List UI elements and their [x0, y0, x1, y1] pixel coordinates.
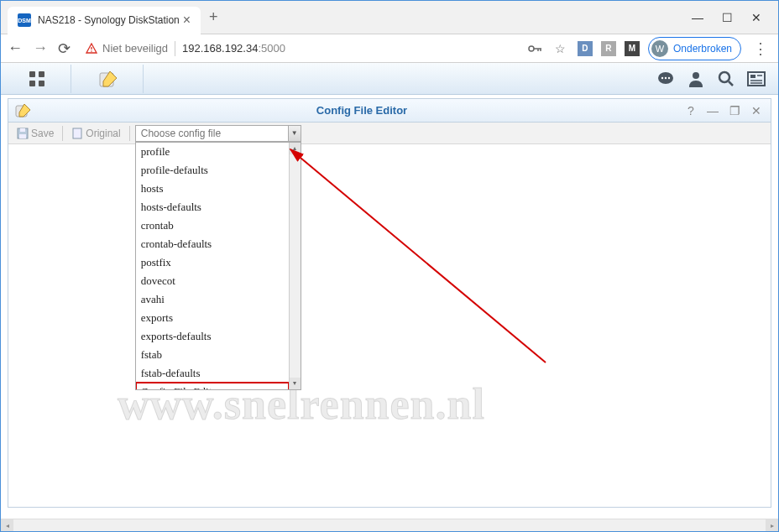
- user-avatar: W: [651, 40, 668, 57]
- chat-icon[interactable]: [652, 66, 679, 91]
- apps-button[interactable]: [3, 65, 71, 93]
- back-icon[interactable]: ←: [8, 39, 23, 57]
- apps-grid-icon: [29, 71, 44, 86]
- browser-tab-strip: DSM NAS218 - Synology DiskStation × + — …: [1, 1, 778, 34]
- browser-tab[interactable]: DSM NAS218 - Synology DiskStation ×: [8, 7, 201, 34]
- config-file-dropdown: profileprofile-defaultshostshosts-defaul…: [135, 142, 301, 390]
- config-editor-task-button[interactable]: [75, 65, 144, 93]
- security-text: Niet beveiligd: [102, 42, 168, 55]
- close-tab-icon[interactable]: ×: [183, 13, 191, 28]
- key-icon[interactable]: [527, 40, 544, 57]
- horizontal-scrollbar[interactable]: ◂ ▸: [1, 519, 778, 531]
- scroll-right-icon[interactable]: ▸: [766, 519, 778, 531]
- security-warning[interactable]: Niet beveiligd: [86, 42, 168, 55]
- svg-point-12: [719, 72, 729, 82]
- separator: [62, 126, 63, 141]
- window-controls: — ☐ ✕: [692, 11, 778, 24]
- dropdown-item[interactable]: exports: [136, 309, 289, 327]
- new-tab-button[interactable]: +: [209, 8, 218, 26]
- extension-m-icon[interactable]: M: [625, 41, 640, 56]
- svg-point-2: [529, 46, 534, 51]
- dropdown-scrollbar[interactable]: ▴ ▾: [289, 143, 301, 389]
- dropdown-item[interactable]: fstab-defaults: [136, 364, 289, 383]
- dropdown-item[interactable]: crontab-defaults: [136, 235, 289, 253]
- close-window-icon[interactable]: ✕: [751, 11, 761, 24]
- original-button[interactable]: Original: [68, 126, 123, 141]
- user-profile-chip[interactable]: W Onderbroken: [648, 37, 741, 60]
- combo-input[interactable]: [135, 125, 301, 142]
- maximize-icon[interactable]: ☐: [722, 11, 733, 24]
- reload-icon[interactable]: ⟳: [58, 39, 71, 58]
- window-title: Config File Editor: [40, 104, 683, 117]
- editor-content: www.snelrennen.nl: [8, 144, 771, 507]
- svg-rect-23: [73, 128, 81, 138]
- dropdown-item[interactable]: postfix: [136, 253, 289, 272]
- note-pencil-icon: [98, 70, 120, 88]
- svg-point-8: [661, 76, 663, 78]
- help-icon[interactable]: ?: [683, 103, 698, 118]
- search-icon[interactable]: [713, 66, 740, 91]
- floppy-icon: [17, 128, 29, 139]
- minimize-icon[interactable]: —: [692, 11, 703, 24]
- maximize-window-icon[interactable]: ❐: [727, 103, 742, 118]
- dropdown-item[interactable]: avahi: [136, 290, 289, 309]
- close-app-window-icon[interactable]: ✕: [749, 103, 764, 118]
- svg-point-1: [91, 50, 92, 52]
- dropdown-item[interactable]: profile: [136, 143, 289, 161]
- svg-point-11: [693, 72, 699, 79]
- dropdown-item[interactable]: fstab: [136, 346, 289, 364]
- favicon: DSM: [18, 13, 31, 27]
- save-label: Save: [31, 128, 54, 139]
- dropdown-item[interactable]: profile-defaults: [136, 161, 289, 180]
- document-icon: [71, 128, 83, 139]
- widgets-icon[interactable]: [743, 66, 770, 91]
- original-label: Original: [86, 128, 120, 139]
- dropdown-item[interactable]: hosts: [136, 180, 289, 198]
- url-input[interactable]: Niet beveiligd 192.168.192.34:5000: [81, 41, 509, 56]
- window-titlebar[interactable]: Config File Editor ? — ❐ ✕: [8, 99, 771, 123]
- save-button[interactable]: Save: [13, 126, 57, 141]
- star-icon[interactable]: ☆: [552, 40, 569, 57]
- dropdown-item[interactable]: Config File Editor: [136, 383, 289, 389]
- separator: [129, 126, 130, 141]
- divider: [175, 41, 175, 56]
- scroll-track[interactable]: [13, 519, 766, 531]
- config-editor-window: Config File Editor ? — ❐ ✕ Save Original…: [8, 98, 771, 508]
- dropdown-item[interactable]: hosts-defaults: [136, 198, 289, 216]
- dropdown-item[interactable]: dovecot: [136, 272, 289, 290]
- scroll-up-icon[interactable]: ▴: [290, 143, 301, 154]
- svg-rect-15: [750, 75, 755, 78]
- warning-triangle-icon: [86, 43, 97, 55]
- toolbar-right: ☆ D R M W Onderbroken ⋮: [519, 37, 771, 60]
- svg-line-13: [729, 81, 733, 86]
- chevron-down-icon[interactable]: ▼: [288, 125, 301, 142]
- forward-icon[interactable]: →: [33, 39, 48, 57]
- svg-rect-21: [20, 128, 25, 132]
- user-status: Onderbroken: [673, 43, 732, 55]
- kebab-menu-icon[interactable]: ⋮: [750, 39, 771, 58]
- dsm-taskbar: [1, 63, 778, 95]
- scroll-down-icon[interactable]: ▾: [290, 378, 301, 389]
- address-bar: ← → ⟳ Niet beveiligd 192.168.192.34:5000…: [1, 34, 778, 63]
- note-pencil-icon: [15, 103, 34, 118]
- svg-point-9: [665, 76, 667, 78]
- extension-r-icon[interactable]: R: [601, 41, 616, 56]
- svg-point-10: [668, 76, 670, 78]
- svg-rect-22: [19, 134, 26, 138]
- dropdown-item[interactable]: exports-defaults: [136, 327, 289, 346]
- annotation-arrow: [8, 144, 772, 530]
- dropdown-item[interactable]: crontab: [136, 216, 289, 235]
- url-host: 192.168.192.34: [182, 42, 258, 55]
- tab-title: NAS218 - Synology DiskStation: [38, 14, 180, 26]
- config-file-combo[interactable]: ▼ profileprofile-defaultshostshosts-defa…: [135, 125, 301, 142]
- scroll-left-icon[interactable]: ◂: [1, 519, 13, 531]
- url-port: :5000: [258, 42, 285, 55]
- minimize-window-icon[interactable]: —: [705, 103, 720, 118]
- user-icon[interactable]: [682, 66, 709, 91]
- extension-d-icon[interactable]: D: [578, 41, 593, 56]
- editor-toolbar: Save Original ▼ profileprofile-defaultsh…: [8, 123, 771, 144]
- svg-line-24: [290, 149, 546, 362]
